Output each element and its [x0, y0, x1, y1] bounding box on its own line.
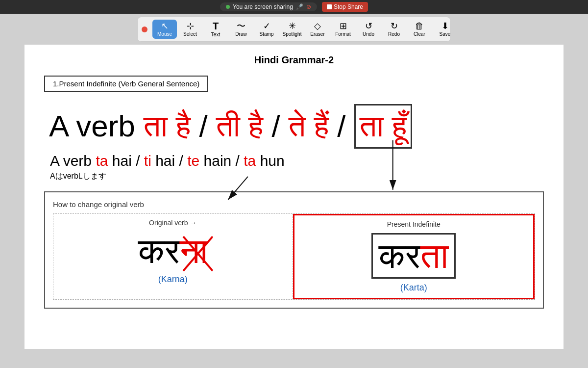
- trans-ta: ta: [96, 153, 108, 169]
- save-icon: ⬇: [441, 22, 449, 30]
- tool-text[interactable]: T Text: [203, 19, 228, 39]
- hindi-ta-hun-boxed: ता हूँ: [354, 104, 412, 149]
- tool-undo-label: Undo: [363, 31, 374, 37]
- tool-spotlight[interactable]: ✳ Spotlight: [280, 20, 304, 39]
- karta-devanagari: करता: [379, 237, 448, 275]
- redo-icon: ↻: [391, 22, 398, 30]
- tool-clear-label: Clear: [414, 31, 425, 37]
- hindi-ta-hai: ता है: [144, 109, 191, 143]
- trans-hain: hain /: [199, 153, 244, 169]
- tool-select[interactable]: ⊹ Select: [178, 20, 202, 39]
- tool-mouse-label: Mouse: [157, 31, 172, 37]
- karta-roman: (Karta): [400, 283, 427, 293]
- original-verb-header: Original verb →: [149, 219, 196, 227]
- tool-eraser-label: Eraser: [310, 31, 324, 37]
- tool-stamp[interactable]: ✓ Stamp: [254, 20, 279, 39]
- tool-clear[interactable]: 🗑 Clear: [407, 20, 432, 39]
- undo-icon: ↺: [365, 22, 372, 30]
- trans-te: te: [187, 153, 199, 169]
- eraser-icon: ◇: [314, 22, 321, 30]
- karna-container: करना: [138, 232, 208, 270]
- tool-draw-label: Draw: [235, 31, 246, 37]
- main-content: Hindi Grammar-2 1.Present Indefinite (Ve…: [24, 45, 564, 349]
- trans-hai1: hai /: [108, 153, 144, 169]
- original-verb-col: Original verb → करना (Karna): [53, 214, 293, 299]
- hindi-te-hain: ते हैं: [289, 109, 329, 143]
- present-indefinite-col: Present Indefinite करता (Karta): [293, 214, 535, 299]
- mouse-icon: ↖: [161, 22, 169, 30]
- tool-save[interactable]: ⬇ Save: [433, 20, 457, 39]
- tool-redo[interactable]: ↻ Redo: [382, 20, 406, 39]
- toolbar-close-button[interactable]: [142, 26, 147, 32]
- tool-stamp-label: Stamp: [260, 31, 274, 37]
- stop-share-square: [327, 4, 332, 9]
- share-status-text: You are screen sharing: [233, 3, 293, 10]
- hindi-ti-hai: ती है: [216, 109, 263, 143]
- slash3: /: [329, 109, 354, 143]
- tool-text-label: Text: [211, 32, 220, 37]
- stop-share-button[interactable]: Stop Share: [322, 2, 368, 12]
- trans-ti: ti: [144, 153, 151, 169]
- tool-save-label: Save: [440, 31, 451, 37]
- content-wrapper: A verb ता है / ती है / ते हैं / ता हूँ A…: [44, 104, 544, 309]
- share-status: You are screen sharing 🎤 ⊘: [220, 2, 317, 11]
- present-indefinite-header: Present Indefinite: [387, 220, 441, 228]
- tool-format-label: Format: [335, 31, 351, 37]
- stamp-icon: ✓: [263, 22, 270, 30]
- share-dot: [226, 5, 230, 9]
- transliteration-line: A verb ta hai / ti hai / te hain / ta hu…: [50, 153, 544, 169]
- warning-icon: ⊘: [306, 3, 311, 10]
- trans-ta2: ta: [244, 153, 256, 169]
- tool-spotlight-label: Spotlight: [283, 31, 302, 37]
- tool-undo[interactable]: ↺ Undo: [356, 20, 381, 39]
- main-hindi-line: A verb ता है / ती है / ते हैं / ता हूँ: [49, 104, 544, 149]
- slash1: /: [191, 109, 216, 143]
- karna-roman: (Karna): [158, 274, 188, 285]
- toolbar: ↖ Mouse ⊹ Select T Text 〜 Draw ✓ Stamp ✳…: [137, 17, 451, 42]
- stop-share-label: Stop Share: [334, 3, 363, 10]
- verb-table-title: How to change original verb: [53, 200, 535, 209]
- text-icon: T: [213, 21, 219, 31]
- tool-select-label: Select: [183, 31, 197, 37]
- tool-eraser[interactable]: ◇ Eraser: [305, 20, 330, 39]
- clear-icon: 🗑: [415, 22, 424, 30]
- screen-share-bar: You are screen sharing 🎤 ⊘ Stop Share: [0, 0, 588, 14]
- verb-table-outer: How to change original verb Original ver…: [44, 191, 544, 309]
- grammar-box: 1.Present Indefinite (Verb General Sente…: [44, 76, 208, 92]
- page-title: Hindi Grammar-2: [44, 54, 544, 66]
- tool-redo-label: Redo: [388, 31, 400, 37]
- select-icon: ⊹: [187, 22, 194, 30]
- kar-part2: कर: [379, 236, 420, 275]
- spotlight-icon: ✳: [289, 22, 296, 30]
- cross-overlay: [154, 232, 213, 276]
- tool-mouse[interactable]: ↖ Mouse: [152, 20, 177, 39]
- karta-inner-box: करता: [371, 233, 456, 279]
- tool-draw[interactable]: 〜 Draw: [229, 20, 253, 39]
- trans-hun: hun: [256, 153, 284, 169]
- japanese-line: AはverbLします: [50, 171, 544, 182]
- ta-part: ता: [420, 236, 448, 275]
- tool-format[interactable]: ⊞ Format: [331, 20, 355, 39]
- mic-icon: 🎤: [296, 3, 303, 10]
- slash2: /: [263, 109, 289, 143]
- verb-prefix-large: A verb: [49, 109, 144, 143]
- draw-icon: 〜: [237, 22, 245, 30]
- verb-table-inner: Original verb → करना (Karna): [53, 213, 535, 300]
- format-icon: ⊞: [340, 22, 347, 30]
- trans-prefix: A verb: [50, 153, 96, 169]
- trans-hai2: hai /: [151, 153, 187, 169]
